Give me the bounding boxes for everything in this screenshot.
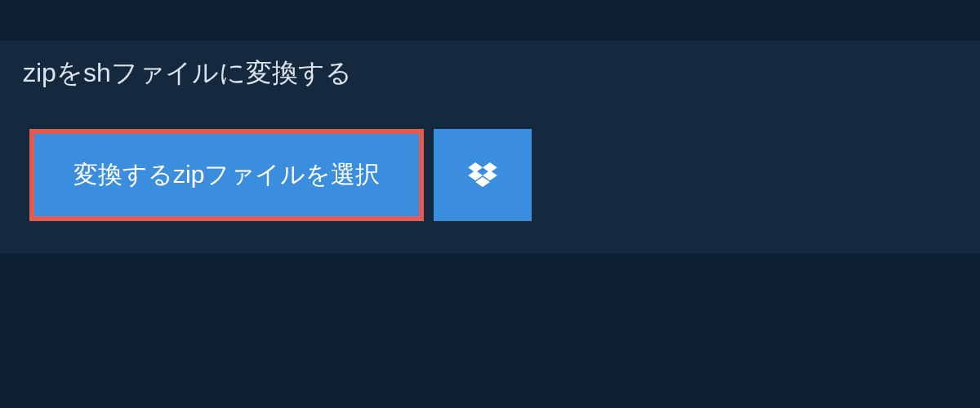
page-title: zipをshファイルに変換する	[23, 55, 352, 91]
select-file-label: 変換するzipファイルを選択	[74, 158, 380, 192]
title-bar: zipをshファイルに変換する	[0, 41, 375, 106]
dropbox-icon	[468, 162, 497, 188]
button-row: 変換するzipファイルを選択	[0, 106, 980, 221]
select-file-button[interactable]: 変換するzipファイルを選択	[29, 129, 424, 221]
conversion-panel: zipをshファイルに変換する 変換するzipファイルを選択	[0, 41, 980, 254]
dropbox-button[interactable]	[434, 129, 532, 221]
